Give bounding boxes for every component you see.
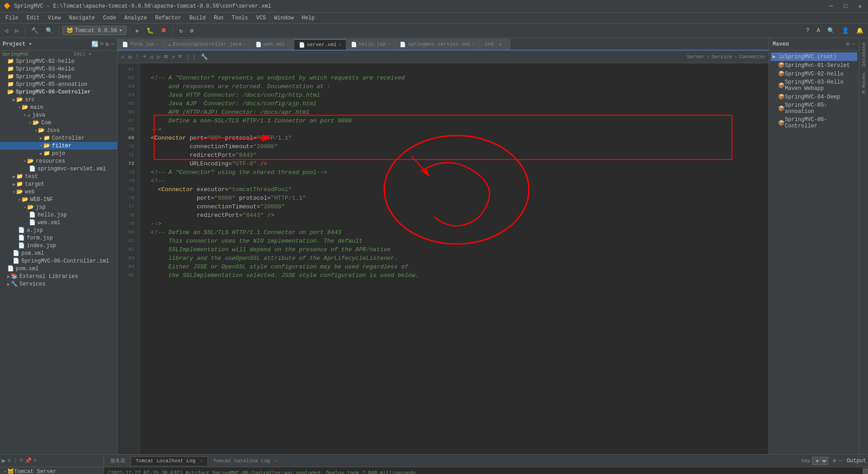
- tree-item-pojo[interactable]: ▶📁pojo: [0, 150, 117, 157]
- tab-close-web[interactable]: ✕: [287, 42, 289, 47]
- menu-file[interactable]: File: [2, 14, 22, 22]
- toolbar-update[interactable]: ↻: [176, 26, 185, 36]
- panel-icon-1[interactable]: 🔄: [91, 41, 99, 48]
- log-tab-close-catalina[interactable]: ✕: [275, 459, 278, 464]
- tree-item-target[interactable]: ▶📁target: [0, 180, 117, 188]
- next-button[interactable]: ▷: [156, 52, 161, 61]
- tree-item-springmvc03[interactable]: 📁SpringMVC-03-Hello: [0, 65, 117, 73]
- maven-collapse-icon[interactable]: ─: [852, 41, 855, 47]
- debug-button[interactable]: 🐛: [144, 26, 156, 36]
- code-line-79[interactable]: -->: [144, 220, 765, 228]
- run-config-selector[interactable]: 🐱 Tomcat 9.0.56 ▾: [62, 26, 127, 35]
- refresh-button[interactable]: ↻: [127, 52, 133, 61]
- toolbar-lines[interactable]: ⋮⋮: [184, 52, 198, 61]
- tree-item-form-jsp[interactable]: 📄form.jsp: [0, 234, 117, 242]
- code-line-81[interactable]: This connector uses the NIO implementati…: [144, 237, 765, 245]
- menu-refactor[interactable]: Refactor: [151, 14, 185, 22]
- toolbar-m[interactable]: m: [163, 52, 169, 61]
- code-line-82[interactable]: SSLImplementation will depend on the pre…: [144, 245, 765, 254]
- tab-close-encoding[interactable]: ✕: [243, 42, 246, 47]
- toolbar-user[interactable]: 👤: [839, 26, 852, 36]
- maven-item-04[interactable]: 📦 SpringMVC-04-Deep: [771, 93, 857, 101]
- tab-springmvc-servlet[interactable]: 📄 springmvc-servlet.xml ✕: [395, 39, 480, 50]
- toolbar-settings[interactable]: ⚙: [187, 26, 196, 36]
- dep-selector[interactable]: ▾: [812, 457, 828, 465]
- toolbar-build[interactable]: 🔨: [28, 26, 41, 36]
- code-line-66[interactable]: APR (HTTP/AJP) Connector: /docs/apr.html: [144, 108, 765, 117]
- menu-analyze[interactable]: Analyze: [121, 14, 151, 22]
- toolbar-forward[interactable]: ▷: [13, 26, 22, 36]
- log-settings[interactable]: ⚙: [833, 457, 836, 464]
- toolbar-arrow[interactable]: ↗: [170, 52, 176, 61]
- tree-item-main[interactable]: ▾📂main: [0, 103, 117, 111]
- maven-item-root[interactable]: ▶ 🗂 SpringMVC (root): [771, 52, 857, 61]
- tree-item-hello-jsp[interactable]: 📄hello.jsp: [0, 211, 117, 219]
- toolbar-eq[interactable]: ≡: [178, 52, 183, 61]
- tree-item-filter[interactable]: ▾📂filter: [0, 142, 117, 150]
- log-tab-localhost[interactable]: Tomcat Localhost Log ✕: [131, 456, 208, 465]
- menu-navigate[interactable]: Navigate: [65, 14, 99, 22]
- tree-item-controller[interactable]: ▶📁Controller: [0, 134, 117, 142]
- code-line-69[interactable]: <Connector port="80" protocol="HTTP/1.1": [144, 134, 765, 142]
- code-line-67[interactable]: Define a non-SSL/TLS HTTP/1.1 Connector …: [144, 117, 765, 125]
- code-line-72[interactable]: URLEncoding="UTF-8" />: [144, 160, 765, 168]
- tree-item-springmvc04[interactable]: 📁SpringMVC-04-Deep: [0, 73, 117, 80]
- code-line-68[interactable]: -->: [144, 125, 765, 134]
- maven-item-03[interactable]: 📦 SpringMVC-03-Hello Maven Webapp: [771, 78, 857, 93]
- toolbar-search[interactable]: 🔍: [43, 26, 56, 36]
- code-line-83[interactable]: library and the useOpenSSL attribute of …: [144, 254, 765, 263]
- tree-item-springmvc02[interactable]: 📁SpringMVC-02-hello: [0, 57, 117, 65]
- toolbar-back[interactable]: ◁: [2, 26, 11, 36]
- tab-more-button[interactable]: ▾: [495, 42, 506, 47]
- tab-close-springmvc[interactable]: ✕: [472, 42, 475, 47]
- tree-item-a-jsp[interactable]: 📄a.jsp: [0, 226, 117, 234]
- tree-item-springmvc05[interactable]: 📁SpringMVC-05-annoation: [0, 80, 117, 88]
- code-line-65[interactable]: Java AJP Connector: /docs/config/ajp.htm…: [144, 99, 765, 108]
- tree-item-src[interactable]: ▶📂src: [0, 96, 117, 103]
- code-line-61[interactable]: [144, 65, 765, 74]
- toolbar-search2[interactable]: 🔍: [825, 26, 837, 36]
- code-line-64[interactable]: Java HTTP Connector: /docs/config/http.h…: [144, 91, 765, 99]
- menu-run[interactable]: Run: [210, 14, 227, 22]
- toolbar-wrench[interactable]: 🔧: [200, 52, 209, 61]
- tree-item-index-jsp[interactable]: 📄index.jsp: [0, 242, 117, 249]
- log-scrollbar[interactable]: [863, 467, 868, 474]
- menu-window[interactable]: Window: [270, 14, 297, 22]
- upload-button[interactable]: ↑: [135, 52, 140, 61]
- vert-tab-maven[interactable]: M Maven: [860, 70, 868, 96]
- run-button[interactable]: ▶: [133, 26, 142, 36]
- log-tab-close-localhost[interactable]: ✕: [200, 459, 203, 464]
- tree-item-java[interactable]: ▾☕java: [0, 111, 117, 119]
- tab-close-form[interactable]: ✕: [156, 42, 159, 47]
- tab-server-xml[interactable]: 📄 server.xml ✕: [294, 39, 346, 50]
- tree-item-external-libs[interactable]: ▶📚External Libraries: [0, 272, 117, 280]
- menu-code[interactable]: Code: [99, 14, 120, 22]
- code-line-62[interactable]: <!-- A "Connector" represents an endpoin…: [144, 74, 765, 82]
- panel-collapse[interactable]: ─: [111, 41, 114, 48]
- maven-item-01[interactable]: 📦 SpringMvc-01-Servlet: [771, 61, 857, 70]
- code-line-85[interactable]: the SSLImplementation selected. JSSE sty…: [144, 271, 765, 280]
- services-toolbar-icon1[interactable]: ≡: [7, 458, 10, 464]
- code-line-76[interactable]: port="8080" protocol="HTTP/1.1": [144, 194, 765, 202]
- minimize-button[interactable]: ─: [827, 2, 836, 11]
- maven-settings-icon[interactable]: ⚙: [846, 41, 849, 47]
- menu-help[interactable]: Help: [298, 14, 318, 22]
- code-line-70[interactable]: connectionTimeout="20000": [144, 142, 765, 151]
- add-button[interactable]: +: [142, 52, 147, 61]
- services-add-icon[interactable]: +: [33, 458, 37, 464]
- code-line-77[interactable]: connectionTimeout="20000": [144, 202, 765, 211]
- services-run-icon[interactable]: ▶: [2, 457, 5, 465]
- tab-encoding[interactable]: ☕ EncodingController.java ✕: [164, 39, 251, 50]
- code-line-75[interactable]: <Connector executor="tomcatThreadPool": [144, 185, 765, 194]
- code-line-63[interactable]: and responses are returned. Documentatio…: [144, 82, 765, 91]
- tree-item-test[interactable]: ▶📁test: [0, 173, 117, 180]
- tree-item-webinf[interactable]: ▾📂WEB-INF: [0, 196, 117, 203]
- tree-item-jsxs[interactable]: ▾📂Jsxs: [0, 127, 117, 134]
- tab-close-server[interactable]: ✕: [339, 42, 341, 47]
- menu-build[interactable]: Build: [186, 14, 209, 22]
- prev-button[interactable]: ◁: [149, 52, 154, 61]
- services-pin-icon[interactable]: 📌: [25, 457, 32, 464]
- menu-edit[interactable]: Edit: [23, 14, 43, 22]
- code-line-80[interactable]: <!-- Define an SSL/TLS HTTP/1.1 Connecto…: [144, 228, 765, 237]
- services-toolbar-icon2[interactable]: ⋮: [13, 457, 18, 464]
